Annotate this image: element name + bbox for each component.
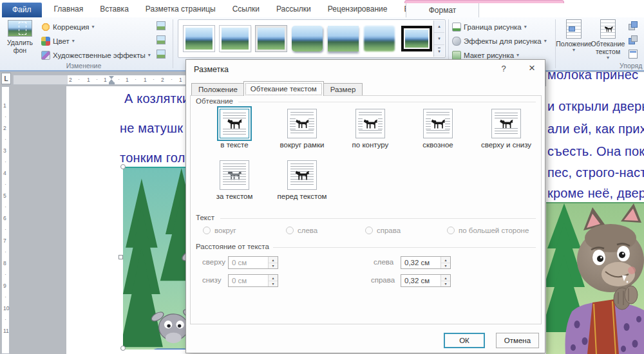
text-section-label: Текст	[196, 214, 218, 221]
radio-wrap-largest[interactable]: по большей стороне	[447, 227, 529, 234]
ok-button[interactable]: ОК	[444, 333, 485, 348]
tab-file-label: Файл	[12, 5, 32, 14]
chevron-down-icon: ▾	[148, 53, 151, 58]
spin-up-icon[interactable]: ▴	[269, 275, 278, 281]
distance-left-field[interactable]: 0,32 см ▴▾	[401, 256, 451, 269]
picture-style-thumb[interactable]	[184, 26, 214, 51]
change-picture-icon[interactable]	[156, 35, 166, 44]
wrap-option-inline[interactable]: в тексте	[201, 109, 268, 149]
spin-up-icon[interactable]: ▴	[441, 257, 450, 263]
position-icon	[566, 19, 582, 39]
distance-left-label: слева	[374, 258, 393, 266]
doc-text-line: пес, строго-настр	[547, 165, 644, 180]
selection-handle[interactable]	[120, 164, 126, 169]
spin-up-icon[interactable]: ▴	[269, 257, 278, 263]
doc-text-line: али ей, как прихо	[547, 122, 644, 136]
tab-format[interactable]: Формат	[406, 3, 479, 17]
selection-handle[interactable]	[118, 255, 123, 259]
tab-file[interactable]: Файл	[2, 3, 42, 17]
wrap-option-in-front[interactable]: перед текстом	[269, 160, 336, 200]
picture-style-thumb[interactable]	[328, 26, 359, 51]
bring-forward-icon[interactable]	[629, 21, 638, 30]
picture-style-thumb[interactable]	[364, 26, 395, 51]
distance-top-label: сверху	[202, 258, 225, 266]
wolf-illustration[interactable]	[546, 202, 644, 354]
radio-wrap-left[interactable]: слева	[286, 227, 317, 234]
cancel-button[interactable]: Отмена	[496, 333, 539, 348]
wrap-inline-icon	[220, 109, 249, 138]
wrap-option-square[interactable]: вокруг рамки	[269, 109, 336, 149]
gallery-more-button[interactable]: ▾	[434, 45, 444, 57]
artistic-effects-button[interactable]: Художественные эффекты ▾	[41, 50, 151, 61]
tab-references[interactable]: Ссылки	[224, 1, 268, 17]
radio-icon	[203, 227, 211, 234]
wrap-option-top-bottom[interactable]: сверху и снизу	[473, 109, 540, 149]
selection-pane-icon[interactable]	[629, 50, 638, 59]
picture-effects-button[interactable]: Эффекты для рисунка ▾	[452, 35, 547, 47]
dialog-panel: Обтекание в тексте вокруг рамки	[190, 95, 542, 324]
spin-down-icon[interactable]: ▾	[441, 263, 450, 269]
wrap-behind-icon	[220, 160, 249, 190]
vertical-ruler[interactable]: 1 2 3 4 5 6 7 8 9 10 11	[1, 86, 10, 354]
reset-picture-icon[interactable]	[156, 50, 166, 59]
doc-text-line: тонким гол	[120, 151, 185, 165]
document-page-right[interactable]: молока принес и открыли дверь, али ей, к…	[546, 72, 644, 354]
picture-style-thumb-selected[interactable]	[401, 26, 432, 51]
picture-styles-gallery: ▴ ▾ ▾	[178, 19, 446, 58]
color-button[interactable]: Цвет ▾	[41, 35, 75, 47]
layout-dialog: Разметка ? × Положение Обтекание текстом…	[185, 59, 545, 353]
wrap-text-button[interactable]: Обтекание текстом ▾	[591, 19, 625, 66]
tab-mailings[interactable]: Рассылки	[268, 1, 319, 17]
chevron-down-icon: ▾	[524, 24, 527, 30]
dialog-tab-text-wrapping[interactable]: Обтекание текстом	[243, 81, 324, 96]
indent-marker[interactable]	[109, 76, 115, 84]
tab-review[interactable]: Рецензирование	[319, 1, 396, 17]
gallery-up-button[interactable]: ▴	[434, 21, 444, 33]
compress-pictures-icon[interactable]	[156, 21, 166, 30]
selection-handle[interactable]	[120, 346, 126, 351]
arrange-group-label: Упоряд	[620, 62, 644, 70]
radio-icon	[447, 227, 455, 234]
radio-wrap-right[interactable]: справа	[365, 227, 401, 234]
wrap-option-tight[interactable]: по контуру	[337, 109, 404, 149]
chevron-down-icon: ▾	[607, 55, 609, 61]
gallery-down-button[interactable]: ▾	[434, 33, 444, 45]
wrap-option-through[interactable]: сквозное	[404, 109, 471, 149]
doc-text-line: и открыли дверь,	[547, 99, 644, 114]
distance-bottom-field[interactable]: 0 см ▴▾	[228, 274, 278, 287]
distance-bottom-label: снизу	[202, 276, 221, 284]
horizontal-ruler[interactable]: 2 1 1 1 1 2 1	[13, 75, 188, 85]
distance-top-field[interactable]: 0 см ▴▾	[228, 256, 278, 269]
wrap-square-icon	[287, 109, 317, 138]
tab-insert[interactable]: Вставка	[91, 1, 137, 17]
spin-up-icon[interactable]: ▴	[441, 275, 450, 281]
color-icon	[41, 37, 50, 46]
position-button[interactable]: Положение ▾	[558, 19, 590, 66]
corrections-button[interactable]: Коррекция ▾	[41, 21, 95, 33]
distance-right-field[interactable]: 0,32 см ▴▾	[401, 274, 451, 287]
spin-down-icon[interactable]: ▾	[441, 281, 450, 287]
picture-style-thumb[interactable]	[220, 26, 251, 51]
picture-style-thumb[interactable]	[292, 26, 323, 51]
tab-page-layout[interactable]: Разметка страницы	[137, 1, 224, 17]
spin-down-icon[interactable]: ▾	[269, 281, 278, 287]
radio-icon	[286, 227, 294, 234]
spin-down-icon[interactable]: ▾	[269, 263, 278, 269]
tab-home[interactable]: Главная	[46, 1, 92, 17]
picture-style-thumb[interactable]	[256, 26, 287, 51]
close-icon[interactable]: ×	[524, 62, 540, 75]
dialog-tab-position[interactable]: Положение	[191, 83, 244, 96]
send-backward-icon[interactable]	[629, 35, 638, 44]
tab-selector[interactable]: L	[1, 73, 11, 84]
help-icon[interactable]: ?	[497, 64, 510, 75]
artistic-effects-icon	[41, 51, 50, 60]
wrap-text-icon	[600, 19, 616, 39]
distance-section-label: Расстояние от текста	[196, 243, 273, 250]
wrap-option-behind[interactable]: за текстом	[201, 160, 268, 200]
wrap-through-icon	[423, 109, 453, 138]
dialog-tab-size[interactable]: Размер	[323, 83, 363, 96]
remove-background-button[interactable]: Удалить фон	[3, 20, 37, 62]
picture-border-button[interactable]: Граница рисунка ▾	[452, 21, 527, 33]
radio-wrap-both[interactable]: вокруг	[203, 227, 236, 234]
doc-text-line: съесть. Она пок	[547, 144, 644, 159]
